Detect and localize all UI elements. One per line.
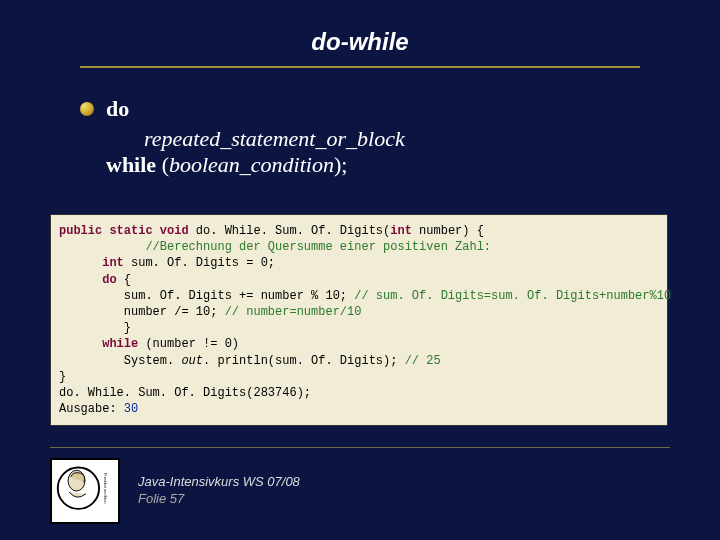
code-comment: // sum. Of. Digits=sum. Of. Digits+numbe… — [354, 289, 671, 303]
paren-open: ( — [156, 152, 169, 177]
code-text: number) { — [412, 224, 484, 238]
slide-content: do repeated_statement_or_block while (bo… — [0, 68, 720, 188]
syntax-line-1: do — [80, 96, 640, 122]
code-kw: public static void — [59, 224, 189, 238]
university-logo: Frankfurt am Main — [50, 458, 120, 524]
code-example: public static void do. While. Sum. Of. D… — [50, 214, 668, 426]
code-output-value: 30 — [124, 402, 138, 416]
keyword-while: while — [106, 152, 156, 177]
code-text: number /= 10; — [59, 305, 225, 319]
code-text: System. — [59, 354, 181, 368]
slide-title: do-while — [0, 0, 720, 64]
footer-slide-number: Folie 57 — [138, 491, 300, 508]
code-text: } — [59, 370, 66, 384]
code-static: out — [181, 354, 203, 368]
syntax-condition: boolean_condition — [169, 152, 334, 177]
code-text: . println(sum. Of. Digits); — [203, 354, 405, 368]
syntax-body: repeated_statement_or_block — [144, 126, 405, 151]
code-kw: while — [59, 337, 138, 351]
code-kw: int — [390, 224, 412, 238]
footer-course: Java-Intensivkurs WS 07/08 — [138, 474, 300, 491]
code-comment: // number=number/10 — [225, 305, 362, 319]
code-output-label: Ausgabe: — [59, 402, 124, 416]
keyword-do: do — [106, 96, 129, 122]
code-text: { — [117, 273, 131, 287]
syntax-line-3: while (boolean_condition); — [106, 152, 640, 178]
footer-separator — [50, 447, 670, 448]
code-comment: //Berechnung der Quersumme einer positiv… — [59, 240, 491, 254]
svg-text:Frankfurt am Main: Frankfurt am Main — [103, 473, 107, 503]
code-text: (number != 0) — [138, 337, 239, 351]
footer-text: Java-Intensivkurs WS 07/08 Folie 57 — [138, 474, 300, 508]
code-text: do. While. Sum. Of. Digits(283746); — [59, 386, 311, 400]
syntax-line-2: repeated_statement_or_block — [144, 126, 640, 152]
code-kw: int — [59, 256, 124, 270]
code-kw: do — [59, 273, 117, 287]
slide-footer: Frankfurt am Main Java-Intensivkurs WS 0… — [50, 458, 300, 524]
code-text: do. While. Sum. Of. Digits( — [189, 224, 391, 238]
code-text: } — [59, 321, 131, 335]
bullet-icon — [80, 102, 94, 116]
code-comment: // 25 — [405, 354, 441, 368]
code-text: sum. Of. Digits += number % 10; — [59, 289, 354, 303]
code-text: sum. Of. Digits = 0; — [124, 256, 275, 270]
paren-close: ); — [334, 152, 347, 177]
